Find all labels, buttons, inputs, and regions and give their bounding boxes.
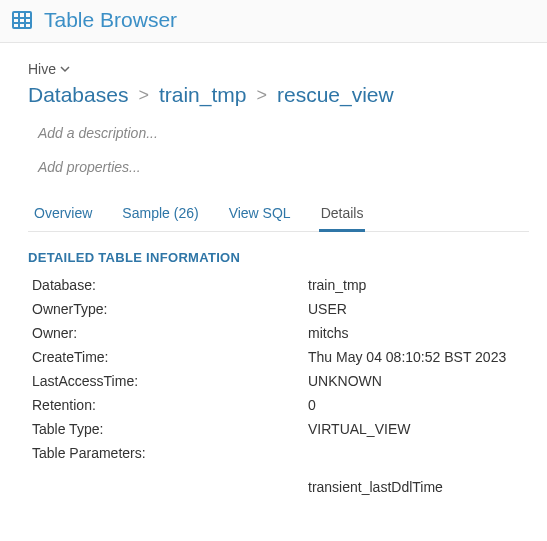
detail-row-retention: Retention: 0 xyxy=(28,397,529,413)
detail-label: Table Parameters: xyxy=(28,445,308,461)
breadcrumb: Databases > train_tmp > rescue_view xyxy=(28,83,529,107)
chevron-down-icon xyxy=(60,64,70,74)
detail-label: CreateTime: xyxy=(28,349,308,365)
detail-value xyxy=(308,445,529,461)
detail-row-database: Database: train_tmp xyxy=(28,277,529,293)
breadcrumb-databases[interactable]: Databases xyxy=(28,83,128,107)
table-icon xyxy=(10,8,34,32)
detail-label: LastAccessTime: xyxy=(28,373,308,389)
table-browser-page: Table Browser Hive Databases > train_tmp… xyxy=(0,0,547,541)
detail-value: UNKNOWN xyxy=(308,373,529,389)
detail-row-createtime: CreateTime: Thu May 04 08:10:52 BST 2023 xyxy=(28,349,529,365)
detail-value: transient_lastDdlTime xyxy=(308,479,529,495)
detail-label: Owner: xyxy=(28,325,308,341)
detail-value: mitchs xyxy=(308,325,529,341)
detail-label: Table Type: xyxy=(28,421,308,437)
source-label: Hive xyxy=(28,61,56,77)
detail-label xyxy=(28,479,308,495)
detail-row-lastaccess: LastAccessTime: UNKNOWN xyxy=(28,373,529,389)
tab-overview[interactable]: Overview xyxy=(32,197,94,231)
detail-value: USER xyxy=(308,301,529,317)
detail-value: train_tmp xyxy=(308,277,529,293)
breadcrumb-separator: > xyxy=(138,85,149,106)
detail-label: Database: xyxy=(28,277,308,293)
breadcrumb-separator: > xyxy=(256,85,267,106)
breadcrumb-table[interactable]: rescue_view xyxy=(277,83,394,107)
detail-label: Retention: xyxy=(28,397,308,413)
add-properties[interactable]: Add properties... xyxy=(38,159,529,175)
section-title: DETAILED TABLE INFORMATION xyxy=(28,250,529,265)
details-table: Database: train_tmp OwnerType: USER Owne… xyxy=(28,277,529,495)
svg-rect-0 xyxy=(13,12,31,28)
page-title: Table Browser xyxy=(44,8,177,32)
add-description[interactable]: Add a description... xyxy=(38,125,529,141)
tab-view-sql[interactable]: View SQL xyxy=(227,197,293,231)
source-selector[interactable]: Hive xyxy=(28,61,529,77)
detail-row-ownertype: OwnerType: USER xyxy=(28,301,529,317)
tab-sample[interactable]: Sample (26) xyxy=(120,197,200,231)
tabs: Overview Sample (26) View SQL Details xyxy=(28,197,529,232)
detail-row-param: transient_lastDdlTime xyxy=(28,479,529,495)
detail-label: OwnerType: xyxy=(28,301,308,317)
tab-details[interactable]: Details xyxy=(319,197,366,231)
detail-row-tabletype: Table Type: VIRTUAL_VIEW xyxy=(28,421,529,437)
page-header: Table Browser xyxy=(0,0,547,43)
detail-value: 0 xyxy=(308,397,529,413)
content-area: Hive Databases > train_tmp > rescue_view… xyxy=(0,43,547,495)
breadcrumb-database[interactable]: train_tmp xyxy=(159,83,247,107)
detail-row-tableparams: Table Parameters: xyxy=(28,445,529,461)
detail-value: Thu May 04 08:10:52 BST 2023 xyxy=(308,349,529,365)
detail-value: VIRTUAL_VIEW xyxy=(308,421,529,437)
detail-row-owner: Owner: mitchs xyxy=(28,325,529,341)
